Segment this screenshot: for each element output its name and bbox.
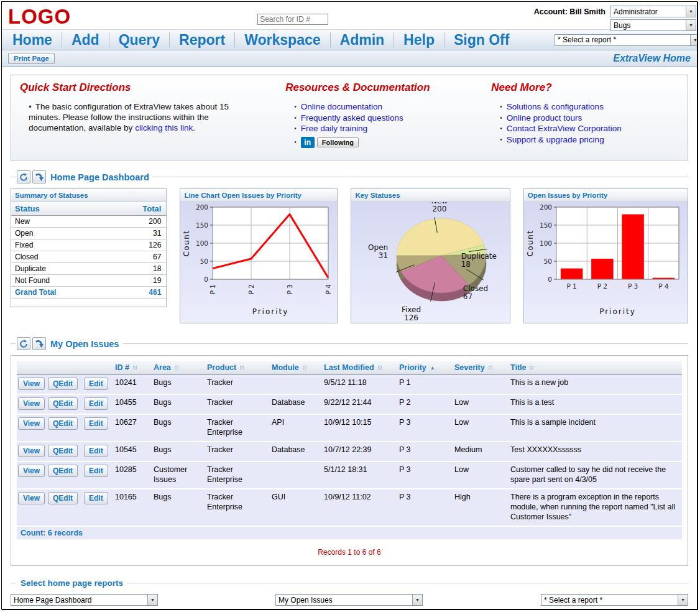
column-header-last-modified[interactable]: Last Modified [323,361,398,375]
nav-item-workspace[interactable]: Workspace [235,30,329,50]
priority-cell: P 2 [398,394,453,414]
home-report-select-3[interactable]: * Select a report * ▼ [541,594,688,606]
view-button[interactable]: View [18,445,45,457]
qedit-button[interactable]: QEdit [48,492,78,504]
view-button[interactable]: View [18,417,45,430]
print-page-button[interactable]: Print Page [8,53,55,64]
column-header-title[interactable]: Title [509,361,682,375]
column-menu-icon[interactable] [303,366,306,369]
product-cell: Tracker Enterprise [206,414,270,442]
svg-text:P 1: P 1 [566,282,576,290]
sort-ascending-icon[interactable]: ▲ [430,365,435,371]
area-cell: Bugs [152,414,206,442]
search-input[interactable] [257,14,328,25]
link-contact-extraview-corporation[interactable]: Contact ExtraView Corporation [507,124,622,133]
edit-button[interactable]: Edit [84,445,108,457]
status-cell: Duplicate [11,263,111,275]
id-cell: 10285 [114,461,152,489]
svg-text:Count: Count [182,230,191,256]
nav-item-home[interactable]: Home [3,30,62,50]
records-range: Records 1 to 6 of 6 [17,548,682,557]
svg-text:Fixed126: Fixed126 [402,305,421,320]
go-button[interactable] [32,337,46,350]
chevron-down-icon: ▼ [147,595,157,605]
qedit-button[interactable]: QEdit [48,417,78,430]
link-online-product-tours[interactable]: Online product tours [507,113,583,123]
qedit-button[interactable]: QEdit [48,378,78,390]
edit-button[interactable]: Edit [84,465,108,477]
dashboard-panels: Summary of Statuses Status Total New200O… [11,188,688,323]
status-cell: Open [11,228,111,239]
status-cell: Not Found [11,275,111,287]
edit-button[interactable]: Edit [84,492,108,504]
home-report-select-1[interactable]: Home Page Dashboard ▼ [11,594,158,606]
qedit-button[interactable]: QEdit [48,445,78,457]
list-item: Online product tours [500,113,684,124]
column-header-severity[interactable]: Severity [453,361,509,375]
report-select[interactable]: * Select a report * ▼ [555,34,698,46]
reports-footer-selects: Home Page Dashboard ▼ My Open Issues ▼ *… [11,594,688,606]
svg-text:New200: New200 [431,202,448,213]
column-menu-icon[interactable] [489,366,492,369]
nav-item-add[interactable]: Add [62,30,109,50]
summary-row: Open31 [11,228,166,239]
link-frequently-asked-questions[interactable]: Frequently asked questions [301,113,403,123]
svg-text:Count: Count [526,230,535,256]
link-online-documentation[interactable]: Online documentation [301,102,382,111]
edit-button[interactable]: Edit [84,417,108,430]
resources-links: Online documentationFrequently asked que… [294,101,491,134]
edit-button[interactable]: Edit [84,397,108,410]
nav-item-report[interactable]: Report [170,30,234,50]
nav-item-sign-off[interactable]: Sign Off [444,30,518,50]
modified-cell: 9/5/12 11:18 [323,375,398,395]
column-menu-icon[interactable] [378,366,382,369]
severity-cell: Low [453,394,509,414]
total-cell: 67 [111,251,167,263]
link-solutions-configurations[interactable]: Solutions & configurations [507,102,604,111]
clicking-this-link[interactable]: clicking this link [135,123,193,132]
view-button[interactable]: View [18,465,45,477]
nav-item-query[interactable]: Query [109,30,169,50]
column-menu-icon[interactable] [175,366,178,369]
id-cell: 10545 [114,442,152,461]
link-free-daily-training[interactable]: Free daily training [301,124,367,133]
view-button[interactable]: View [18,397,45,410]
nav-item-help[interactable]: Help [394,30,444,50]
issues-table: ID #AreaProductModuleLast ModifiedPriori… [17,361,682,527]
linkedin-following-button[interactable]: Following [317,137,359,147]
column-header-product[interactable]: Product [206,361,270,375]
column-menu-icon[interactable] [240,366,244,369]
column-header-area[interactable]: Area [152,361,206,375]
table-row: ViewQEditEdit10241BugsTracker9/5/12 11:1… [17,375,682,395]
severity-cell [453,375,509,395]
home-report-select-2[interactable]: My Open Issues ▼ [275,594,423,606]
refresh-button[interactable] [17,337,30,350]
refresh-button[interactable] [17,170,30,183]
column-header-priority[interactable]: Priority▲ [398,361,453,375]
list-item: Support & upgrade pricing [500,134,684,146]
column-menu-icon[interactable] [133,366,137,369]
view-button[interactable]: View [18,378,45,390]
area-cell: Customer Issues [152,461,206,489]
svg-text:P 4: P 4 [325,284,332,295]
dashboard-title: Home Page Dashboard [50,172,149,182]
area-select[interactable]: Bugs ▼ [610,19,696,31]
role-select[interactable]: Administrator ▼ [610,6,696,17]
column-header-id-[interactable]: ID # [114,361,152,375]
column-menu-icon[interactable] [530,366,533,369]
quickstart-text: •The basic configuration of ExtraView ta… [29,101,234,133]
need-more-title: Need More? [491,81,684,94]
edit-button[interactable]: Edit [84,378,108,390]
bar-chart: 050100150200P 1P 2P 3P 4CountPriority [524,202,688,323]
nav-item-admin[interactable]: Admin [331,30,394,50]
qedit-button[interactable]: QEdit [48,465,78,477]
view-button[interactable]: View [18,492,45,504]
link-support-upgrade-pricing[interactable]: Support & upgrade pricing [507,135,604,144]
summary-row: Closed67 [11,251,166,263]
qedit-button[interactable]: QEdit [48,397,78,410]
go-button[interactable] [32,170,46,183]
product-cell: Tracker Enterprise [206,461,270,489]
product-cell: Tracker [206,394,270,414]
summary-col-total: Total [111,202,167,216]
column-header-module[interactable]: Module [270,361,323,375]
